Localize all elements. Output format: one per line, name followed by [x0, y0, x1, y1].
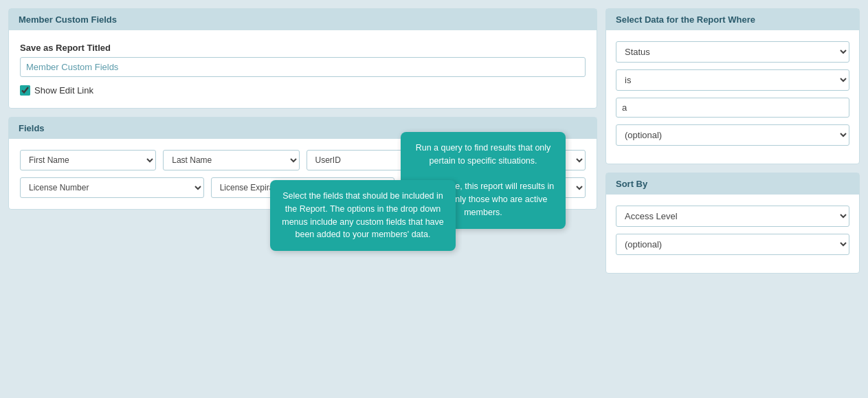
- select-data-row-4: (optional) Active Inactive: [616, 124, 849, 146]
- select-data-row-2: is is not contains: [616, 69, 849, 91]
- field-select-2[interactable]: Last Name First Name UserID: [163, 150, 299, 170]
- sort-by-card: Sort By Access Level First Name Last Nam…: [605, 173, 860, 274]
- field-select-1[interactable]: First Name Last Name UserID Secondary Em…: [20, 150, 156, 170]
- select-data-body: Status First Name Last Name is is not co…: [606, 30, 859, 164]
- save-label: Save as Report Titled: [20, 43, 586, 53]
- select-data-card: Select Data for the Report Where Status …: [605, 8, 860, 164]
- sort-by-header: Sort By: [606, 173, 859, 195]
- report-title-input[interactable]: [20, 57, 586, 77]
- show-edit-link-label: Show Edit Link: [34, 85, 93, 96]
- show-edit-link-checkbox[interactable]: [20, 85, 30, 96]
- operator-select[interactable]: is is not contains: [616, 69, 849, 91]
- tooltip-fields: Select the fields that should be include…: [270, 180, 456, 251]
- optional-select[interactable]: (optional) Active Inactive: [616, 124, 849, 146]
- status-select[interactable]: Status First Name Last Name: [616, 41, 849, 63]
- custom-fields-card: Member Custom Fields Save as Report Titl…: [8, 8, 597, 109]
- select-data-row-1: Status First Name Last Name: [616, 41, 849, 63]
- sort-by-select[interactable]: Access Level First Name Last Name: [616, 206, 849, 227]
- tooltip-fields-text: Select the fields that should be include…: [282, 191, 444, 239]
- fields-grid: First Name Last Name UserID Secondary Em…: [9, 139, 597, 209]
- sort-direction-select[interactable]: (optional) Ascending Descending: [616, 234, 849, 255]
- show-edit-link-row: Show Edit Link: [20, 85, 586, 96]
- main-layout: Member Custom Fields Save as Report Titl…: [8, 8, 860, 274]
- filter-value-input[interactable]: [616, 98, 849, 118]
- select-data-header: Select Data for the Report Where: [606, 9, 859, 30]
- custom-fields-header: Member Custom Fields: [9, 9, 597, 30]
- sort-by-body: Access Level First Name Last Name (optio…: [606, 195, 859, 273]
- right-panel: Select Data for the Report Where Status …: [605, 8, 860, 274]
- field-select-5[interactable]: License Number First Name: [20, 177, 204, 198]
- fields-card: Fields First Name Last Name UserID Secon…: [8, 117, 597, 210]
- select-data-row-3: [616, 98, 849, 118]
- sort-by-row-2: (optional) Ascending Descending: [616, 234, 849, 255]
- custom-fields-body: Save as Report Titled Show Edit Link: [9, 30, 597, 108]
- left-panel: Member Custom Fields Save as Report Titl…: [8, 8, 597, 210]
- sort-by-row-1: Access Level First Name Last Name: [616, 206, 849, 227]
